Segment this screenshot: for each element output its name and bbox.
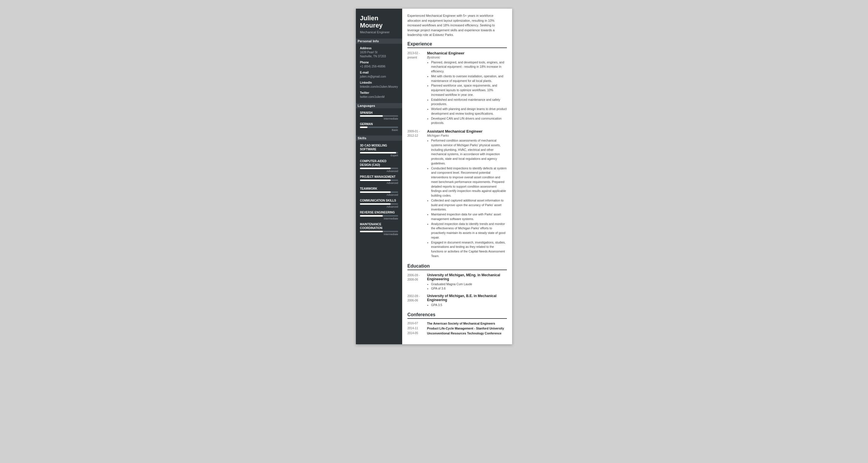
- german-bar-fill: [360, 126, 368, 128]
- exp-bullet-0-2: Planned workforce use, space requirement…: [431, 83, 507, 97]
- education-row-0: 2006-09 - 2008-06 University of Michigan…: [407, 273, 507, 291]
- linkedin-label: LinkedIn: [360, 81, 398, 84]
- exp-bullet-0-3: Established and reinforced maintenance a…: [431, 97, 507, 107]
- exp-bullet-1-0: Performed condition assessments of mecha…: [431, 138, 507, 166]
- edu-bullet-0-1: GPA of 3.6: [431, 286, 507, 291]
- conf-date-1: 2014-11: [407, 327, 427, 330]
- twitter-value: twitter.com/JulienM: [360, 95, 398, 99]
- summary-text: Experienced Mechanical Engineer with 5+ …: [407, 13, 507, 37]
- language-item-german: GERMAN Basic: [360, 122, 398, 132]
- linkedin-value: linkedin.com/in/Julien.Mourey: [360, 85, 398, 89]
- language-item-spanish: SPANISH Intermediate: [360, 111, 398, 120]
- exp-bullet-1-1: Conducted field inspections to identify …: [431, 166, 507, 198]
- exp-bullet-1-3: Maintained inspection data for use with …: [431, 212, 507, 222]
- edu-school-0: University of Michigan, MEng. in Mechani…: [427, 273, 507, 281]
- skill-item-5: REVERSE ENGINEERING Intermediate: [360, 210, 398, 220]
- person-name: JulienMourey: [360, 15, 398, 29]
- address-value: 1639 Pearl St Nashville, TN 37203: [360, 50, 398, 58]
- spanish-bar-fill: [360, 115, 383, 117]
- exp-bullet-0-1: Met with clients to oversee installation…: [431, 74, 507, 83]
- skill-item-2: PROJECT MANAGEMENT Advanced: [360, 175, 398, 184]
- address-label: Address: [360, 47, 398, 50]
- phone-label: Phone: [360, 61, 398, 64]
- exp-company-1: Michigan Parks: [427, 134, 507, 137]
- experience-section: Experience 2013-02 - present Mechanical …: [407, 41, 507, 259]
- conferences-title: Conferences: [407, 312, 507, 319]
- conf-name-0: The American Society of Mechanical Engin…: [427, 322, 507, 325]
- email-value: julien.m@gmail.com: [360, 75, 398, 79]
- edu-bullet-1-0: GPA 3.5: [431, 303, 507, 308]
- exp-bullet-1-4: Analyzed inspection data to identify tre…: [431, 222, 507, 240]
- german-level: Basic: [360, 128, 398, 132]
- edu-bullets-1: GPA 3.5: [427, 303, 507, 308]
- edu-bullet-0-0: Graduated Magna Cum Laude: [431, 282, 507, 287]
- education-title: Education: [407, 263, 507, 270]
- experience-row-0: 2013-02 - present Mechanical Engineer By…: [407, 51, 507, 126]
- spanish-level: Intermediate: [360, 117, 398, 120]
- conf-name-1: Product Life-Cycle Management - Stanford…: [427, 327, 507, 330]
- exp-company-0: Bystronic: [427, 56, 507, 59]
- sidebar: JulienMourey Mechanical Engineer Persona…: [356, 9, 402, 344]
- conf-date-0: 2016-07: [407, 322, 427, 325]
- edu-content-1: University of Michigan, B.E. in Mechanic…: [427, 294, 507, 308]
- skills-title: Skills: [356, 136, 402, 141]
- exp-content-1: Assistant Mechanical Engineer Michigan P…: [427, 129, 507, 259]
- exp-date-0: 2013-02 - present: [407, 51, 427, 126]
- education-row-1: 2002-09 - 2006-06 University of Michigan…: [407, 294, 507, 308]
- exp-bullet-0-5: Developed CAN and LIN drivers and commun…: [431, 116, 507, 126]
- conference-row-2: 2014-05 Unconventional Resources Technol…: [407, 331, 507, 335]
- email-label: E-mail: [360, 71, 398, 74]
- exp-role-1: Assistant Mechanical Engineer: [427, 129, 507, 134]
- skill-item-3: TEAMWORK Advanced: [360, 187, 398, 196]
- exp-bullets-0: Planned, designed, and developed tools, …: [427, 60, 507, 126]
- edu-date-1: 2002-09 - 2006-06: [407, 294, 427, 308]
- conference-row-1: 2014-11 Product Life-Cycle Management - …: [407, 327, 507, 330]
- exp-bullet-0-0: Planned, designed, and developed tools, …: [431, 60, 507, 74]
- conf-date-2: 2014-05: [407, 331, 427, 335]
- exp-date-1: 2009-01 - 2012-12: [407, 129, 427, 259]
- exp-bullet-1-5: Engaged in document research, investigat…: [431, 240, 507, 259]
- edu-content-0: University of Michigan, MEng. in Mechani…: [427, 273, 507, 291]
- languages-title: Languages: [356, 103, 402, 108]
- person-title: Mechanical Engineer: [360, 30, 398, 34]
- main-content: Experienced Mechanical Engineer with 5+ …: [402, 9, 512, 344]
- resume-container: JulienMourey Mechanical Engineer Persona…: [356, 9, 512, 344]
- experience-title: Experience: [407, 41, 507, 48]
- exp-bullets-1: Performed condition assessments of mecha…: [427, 138, 507, 259]
- edu-date-0: 2006-09 - 2008-06: [407, 273, 427, 291]
- spanish-bar-bg: [360, 115, 398, 117]
- conferences-section: Conferences 2016-07 The American Society…: [407, 312, 507, 335]
- skill-item-0: 3D CAD MODELING SOFTWARE Expert: [360, 144, 398, 157]
- skill-item-6: MAINTENANCE COORDINATION Intermediate: [360, 222, 398, 236]
- twitter-label: Twitter: [360, 91, 398, 94]
- edu-bullets-0: Graduated Magna Cum Laude GPA of 3.6: [427, 282, 507, 291]
- skill-item-4: COMMUNICATION SKILLS Advanced: [360, 199, 398, 208]
- skill-item-1: COMPUTER-AIDED DESIGN (CAD) Advanced: [360, 159, 398, 173]
- exp-bullet-0-4: Worked with planning and design teams to…: [431, 107, 507, 116]
- conf-name-2: Unconventional Resources Technology Conf…: [427, 331, 507, 335]
- conference-row-0: 2016-07 The American Society of Mechanic…: [407, 322, 507, 325]
- experience-row-1: 2009-01 - 2012-12 Assistant Mechanical E…: [407, 129, 507, 259]
- exp-bullet-1-2: Collected and captured additional asset …: [431, 198, 507, 212]
- personal-info-title: Personal Info: [356, 38, 402, 44]
- phone-value: +1 (654) 258-46896: [360, 64, 398, 69]
- education-section: Education 2006-09 - 2008-06 University o…: [407, 263, 507, 308]
- edu-school-1: University of Michigan, B.E. in Mechanic…: [427, 294, 507, 302]
- exp-content-0: Mechanical Engineer Bystronic Planned, d…: [427, 51, 507, 126]
- german-bar-bg: [360, 126, 398, 128]
- exp-role-0: Mechanical Engineer: [427, 51, 507, 55]
